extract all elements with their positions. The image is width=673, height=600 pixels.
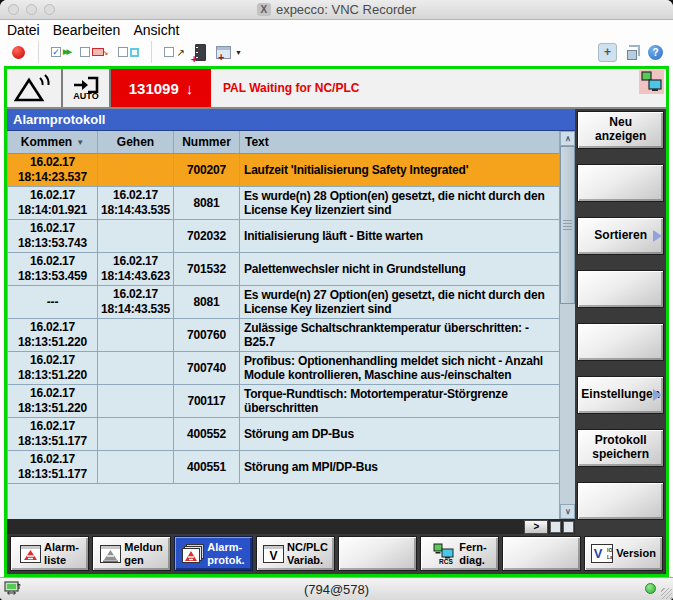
hscroll-cell[interactable] [550, 521, 561, 533]
tab-empty-1[interactable] [338, 536, 417, 571]
ncplc-v-icon: V [263, 545, 284, 563]
dropdown-caret-icon: ▼ [235, 49, 242, 56]
remote-connection-icon [639, 70, 664, 94]
vertical-scrollbar[interactable]: ∧ ∨ [559, 131, 575, 519]
toolbar-separator [38, 41, 39, 63]
column-header-text[interactable]: Text [240, 131, 559, 153]
scrollbar-track[interactable] [560, 304, 575, 504]
auto-mode-label: AUTO [73, 91, 98, 101]
region-select-icon[interactable] [118, 47, 139, 57]
table-row[interactable]: 16.02.17 18:13:51.220 700740 Profibus: O… [8, 352, 559, 385]
version-v-icon: VIOLa [591, 544, 613, 563]
softkey-empty-2[interactable] [577, 164, 664, 202]
table-row[interactable]: 16.02.17 18:13:53.743 702032 Initialisie… [8, 220, 559, 253]
record-button[interactable] [12, 46, 25, 59]
menu-bearbeiten[interactable]: Bearbeiten [53, 22, 121, 38]
help-icon[interactable]: ? [648, 45, 663, 60]
window-title: expecco: VNC Recorder [276, 2, 416, 17]
svg-text:La: La [607, 554, 613, 560]
softkey-empty-4[interactable] [577, 270, 664, 308]
toolbar: ✓▶▶ ↘ ↗ + + ▼ + ? [0, 39, 673, 65]
softkey-einstellungen[interactable]: Einstellungen [577, 376, 664, 414]
svg-text:IO: IO [607, 547, 612, 553]
zoom-window-button[interactable] [44, 4, 55, 15]
table-row[interactable]: 16.02.17 18:14:23.537 700207 Laufzeit 'I… [8, 154, 559, 187]
tab-meldungen[interactable]: Meldun gen [92, 536, 171, 571]
menu-bar: Datei Bearbeiten Ansicht [0, 20, 673, 39]
scroll-down-button[interactable]: ∨ [560, 504, 575, 519]
pointer-marker-icon[interactable]: ↘ [80, 47, 109, 57]
hscroll-cell[interactable] [563, 521, 574, 533]
alarm-table: Kommen ▼ Gehen Nummer Text 16.02.17 18:1… [7, 131, 559, 519]
pointer-position-readout: (794@578) [0, 582, 673, 597]
horizontal-scrollbar: > [7, 519, 575, 534]
add-window-icon[interactable]: + ▼ [216, 46, 242, 59]
close-window-button[interactable] [8, 4, 19, 15]
replay-with-check-icon[interactable]: ✓▶▶ [51, 47, 70, 57]
alarm-list-icon [20, 545, 41, 563]
minimize-window-button[interactable] [26, 4, 37, 15]
resize-grip[interactable] [661, 588, 672, 599]
softkey-panel: Neu anzeigen Sortieren Einstellungen Pro… [575, 109, 666, 534]
vnc-recording-view: AUTO 131099 ↓ PAL Waiting for NC/PLC [4, 66, 669, 577]
softkey-more-arrow-icon [653, 230, 662, 242]
column-header-gehen[interactable]: Gehen [98, 131, 174, 153]
softkey-sortieren[interactable]: Sortieren [577, 217, 664, 255]
alarm-down-arrow-icon: ↓ [186, 80, 194, 97]
svg-text:RCS: RCS [439, 558, 453, 565]
table-row[interactable]: 16.02.17 18:13:51.177 400551 Störung am … [8, 451, 559, 484]
scroll-right-button[interactable]: > [524, 520, 548, 534]
tab-empty-2[interactable] [502, 536, 581, 571]
softkey-protokoll-speichern[interactable]: Protokoll speichern [577, 429, 664, 467]
app-window: X expecco: VNC Recorder Datei Bearbeiten… [0, 0, 673, 600]
table-row[interactable]: --- 16.02.17 18:14:43.535 8081 Es wurde(… [8, 286, 559, 319]
tab-ncplc-variablen[interactable]: V NC/PLC Variab. [256, 536, 335, 571]
menu-datei[interactable]: Datei [7, 22, 40, 38]
column-header-kommen[interactable]: Kommen ▼ [8, 131, 98, 153]
insert-frames-icon[interactable]: + [195, 44, 206, 61]
remote-diag-icon: RCS [432, 543, 456, 565]
alarm-warning-triangle-icon [7, 69, 63, 107]
alarm-number-badge[interactable]: 131099 ↓ [111, 69, 211, 107]
bottom-tab-bar: Alarm- liste Meldun gen Alarm- protok. V… [7, 534, 666, 574]
table-row[interactable]: 16.02.17 18:13:51.220 700760 Zulässige S… [8, 319, 559, 352]
menu-ansicht[interactable]: Ansicht [133, 22, 179, 38]
sort-descending-icon: ▼ [76, 138, 84, 147]
alarm-table-header: Kommen ▼ Gehen Nummer Text [8, 131, 559, 154]
fit-size-icon[interactable] [625, 45, 640, 60]
plc-status-message: PAL Waiting for NC/PLC [211, 69, 639, 107]
connection-status-dot [645, 583, 656, 594]
softkey-neu-anzeigen[interactable]: Neu anzeigen [577, 111, 664, 149]
softkey-empty-5[interactable] [577, 323, 664, 361]
move-icon[interactable]: + [598, 43, 617, 62]
window-controls [8, 4, 55, 15]
svg-text:V: V [594, 546, 603, 561]
table-row[interactable]: 16.02.17 18:14:01.921 16.02.17 18:14:43.… [8, 187, 559, 220]
svg-text:V: V [270, 549, 278, 563]
tab-fern-diag[interactable]: RCS Fern- diag. [420, 536, 499, 571]
open-in-window-icon[interactable]: ↗ [164, 47, 184, 58]
screen-title: Alarmprotokoll [7, 109, 575, 131]
hmi-header: AUTO 131099 ↓ PAL Waiting for NC/PLC [7, 69, 666, 109]
toolbar-separator [151, 41, 152, 63]
softkey-empty-8[interactable] [577, 482, 664, 520]
softkey-more-arrow-icon [653, 389, 662, 401]
table-row[interactable]: 16.02.17 18:13:53.459 16.02.17 18:14:43.… [8, 253, 559, 286]
tab-version[interactable]: VIOLa Version [584, 536, 663, 571]
alarm-number: 131099 [129, 80, 179, 97]
auto-mode-indicator: AUTO [63, 69, 111, 107]
x11-app-icon: X [257, 3, 271, 16]
tab-alarm-liste[interactable]: Alarm- liste [10, 536, 89, 571]
tab-alarm-protokoll[interactable]: Alarm- protok. [174, 536, 253, 571]
alarm-protocol-icon [182, 544, 204, 563]
column-header-nummer[interactable]: Nummer [174, 131, 240, 153]
messages-icon [100, 545, 121, 563]
table-row[interactable]: 16.02.17 18:13:51.177 400552 Störung am … [8, 418, 559, 451]
scroll-up-button[interactable]: ∧ [560, 131, 575, 146]
table-row[interactable]: 16.02.17 18:13:51.220 700117 Torque-Rund… [8, 385, 559, 418]
alarm-table-body: 16.02.17 18:14:23.537 700207 Laufzeit 'I… [8, 154, 559, 484]
status-bar: (794@578) [0, 577, 673, 600]
scrollbar-thumb[interactable] [560, 146, 575, 304]
title-bar: X expecco: VNC Recorder [0, 0, 673, 20]
sinumerik-hmi-screen: AUTO 131099 ↓ PAL Waiting for NC/PLC [7, 69, 666, 574]
